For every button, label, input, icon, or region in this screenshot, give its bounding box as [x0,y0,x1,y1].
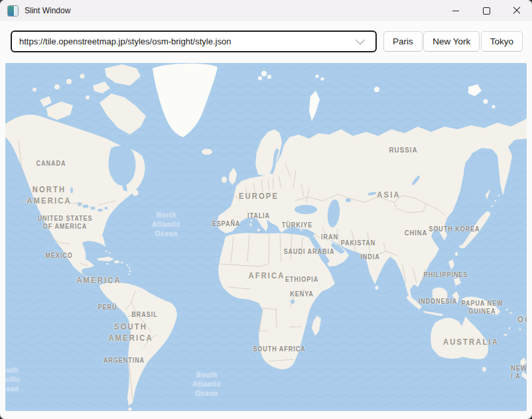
toolbar: https://tile.openstreetmap.jp/styles/osm… [0,21,532,61]
map-label: AUSTRALIA [443,336,499,347]
map-label: IRAN [321,233,338,241]
map-label: CHINA [405,229,428,237]
maximize-button[interactable] [471,0,501,21]
map-label: NorthAtlanticOcean [152,210,180,238]
map-label: NEW/ A [511,364,527,380]
map-label: SOUTH AFRICA [253,345,305,353]
style-url-combobox[interactable]: https://tile.openstreetmap.jp/styles/osm… [11,30,377,52]
map-label: SouthAtlanticOcean [192,370,221,398]
map-label: PHILIPPINES [424,270,468,278]
map-label: TÜRKIYE [282,221,312,229]
map-label: SAUDI ARABIA [284,247,335,255]
map-label: SOUTH KOREA [429,225,480,233]
minimize-icon [452,11,459,11]
map-label: AFRICA [248,270,285,281]
map-label: INDONESIA [419,297,458,305]
map-label: UNITED STATESOF AMERICA [38,214,93,230]
app-window: Slint Window https://tile.openstreetmap.… [0,0,532,419]
map-label: ARGENTINA [103,356,145,364]
map-label: NORTHAMERICA [27,184,71,206]
map-label: MÉXICO [45,251,72,259]
preset-button-tokyo[interactable]: Tokyo [481,31,523,52]
map-label: PERÚ [98,303,117,311]
window-controls [440,0,532,21]
map-label: PAPUA NEWGUINEA [462,299,503,315]
close-button[interactable] [501,0,532,21]
app-icon [7,5,19,17]
map-label: INDIA [360,253,379,261]
preset-button-paris[interactable]: Paris [383,31,423,52]
title-bar[interactable]: Slint Window [0,0,532,21]
map-label: ETHIOPIA [285,275,318,283]
map-label: SouthPacificOcean [5,365,21,393]
map-label: EUROPE [239,190,279,202]
map-label: SOUTHAMERICA [108,321,153,343]
map-label: RUSSIA [389,146,417,154]
minimize-button[interactable] [440,0,471,21]
map-label: ESPAÑA [212,219,241,227]
style-url-value: https://tile.openstreetmap.jp/styles/osm… [19,36,357,46]
map-label: OCEANIA [517,314,527,325]
map-label: CANADA [36,159,66,167]
map-label: ASIA [377,189,400,200]
map-labels: NORTHAMERICAAMERICASOUTHAMERICAEUROPEAFR… [5,63,527,411]
chevron-down-icon[interactable] [356,35,365,44]
map-view[interactable]: NORTHAMERICAAMERICASOUTHAMERICAEUROPEAFR… [5,63,527,411]
preset-button-new-york[interactable]: New York [423,31,480,52]
map-label: AMERICA [76,274,121,286]
map-label: KENYA [290,290,314,298]
maximize-icon [483,7,490,15]
window-title: Slint Window [25,6,70,15]
map-label: BRASIL [131,310,157,318]
preset-buttons: ParisNew YorkTokyo [383,30,523,52]
close-icon [513,7,521,15]
map-label: PAKISTAN [341,239,375,247]
map-label: ITALIA [247,211,270,219]
